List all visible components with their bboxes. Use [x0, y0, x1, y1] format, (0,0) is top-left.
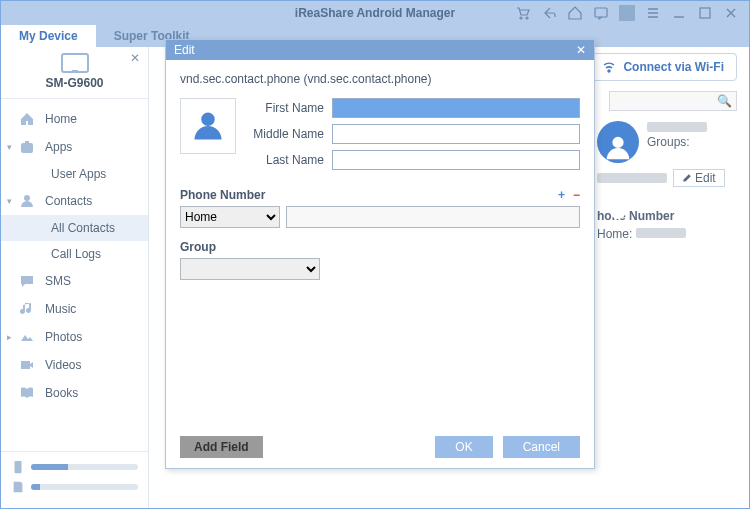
first-name-input[interactable]: [332, 98, 580, 118]
nav-photos[interactable]: ▸Photos: [1, 323, 148, 351]
group-value-redacted: [597, 173, 667, 183]
svg-rect-2: [595, 8, 607, 17]
ok-button[interactable]: OK: [435, 436, 492, 458]
device-card: SM-G9600 ✕: [1, 47, 148, 99]
last-name-label: Last Name: [246, 153, 332, 167]
storage-icon: [11, 460, 25, 474]
pencil-icon: [682, 173, 692, 183]
phone-type-select[interactable]: Home: [180, 206, 280, 228]
group-select[interactable]: [180, 258, 320, 280]
minimize-icon[interactable]: [671, 5, 687, 21]
storage-panel: [1, 451, 148, 508]
nav-user-apps[interactable]: User Apps: [1, 161, 148, 187]
modal-header: vnd.sec.contact.phone (vnd.sec.contact.p…: [180, 72, 580, 86]
add-field-button[interactable]: Add Field: [180, 436, 263, 458]
svg-point-5: [608, 70, 610, 72]
nav-contacts[interactable]: ▾Contacts: [1, 187, 148, 215]
middle-name-label: Middle Name: [246, 127, 332, 141]
avatar: [597, 121, 639, 163]
nav-call-logs[interactable]: Call Logs: [1, 241, 148, 267]
device-name: SM-G9600: [11, 76, 138, 90]
titlebar: iReaShare Android Manager: [1, 1, 749, 25]
nav-apps[interactable]: ▾Apps: [1, 133, 148, 161]
nav-books[interactable]: Books: [1, 379, 148, 407]
caret-right-icon: ▸: [7, 332, 12, 342]
connect-wifi-button[interactable]: Connect via Wi-Fi: [588, 53, 737, 81]
svg-rect-4: [15, 461, 22, 473]
window-controls: [515, 5, 749, 21]
contact-detail: Groups: Edit hone Number Home:: [597, 121, 737, 241]
nav-music[interactable]: Music: [1, 295, 148, 323]
close-icon[interactable]: [723, 5, 739, 21]
svg-point-1: [526, 17, 528, 19]
add-phone-icon[interactable]: +: [558, 188, 565, 202]
home-icon[interactable]: [567, 5, 583, 21]
sidebar: SM-G9600 ✕ Home ▾Apps User Apps ▾Contact…: [1, 47, 149, 508]
edit-modal: Edit ✕ vnd.sec.contact.phone (vnd.sec.co…: [165, 39, 595, 469]
phone-number-input[interactable]: [286, 206, 580, 228]
storage-bar-internal: [31, 464, 138, 470]
first-name-label: First Name: [246, 101, 332, 115]
feedback-icon[interactable]: [593, 5, 609, 21]
phone-icon: [61, 53, 89, 73]
storage-bar-sd: [31, 484, 138, 490]
remove-phone-icon[interactable]: −: [573, 188, 580, 202]
nav-videos[interactable]: Videos: [1, 351, 148, 379]
cart-icon[interactable]: [515, 5, 531, 21]
nav-sms[interactable]: SMS: [1, 267, 148, 295]
divider: [619, 5, 635, 21]
modal-title-text: Edit: [174, 43, 195, 57]
nav-tree: Home ▾Apps User Apps ▾Contacts All Conta…: [1, 99, 148, 451]
caret-down-icon: ▾: [7, 142, 12, 152]
svg-point-0: [520, 17, 522, 19]
modal-close-icon[interactable]: ✕: [576, 43, 586, 57]
phone-label: Phone Number: [180, 188, 265, 202]
search-input[interactable]: 🔍: [609, 91, 737, 111]
back-icon[interactable]: [541, 5, 557, 21]
cancel-button[interactable]: Cancel: [503, 436, 580, 458]
tab-my-device[interactable]: My Device: [1, 25, 96, 47]
phone-value-redacted: [636, 228, 686, 238]
nav-all-contacts[interactable]: All Contacts: [1, 215, 148, 241]
last-name-input[interactable]: [332, 150, 580, 170]
middle-name-input[interactable]: [332, 124, 580, 144]
group-label: Group: [180, 240, 216, 254]
device-close-icon[interactable]: ✕: [130, 51, 140, 65]
phone-type: Home:: [597, 227, 632, 241]
wifi-icon: [601, 59, 617, 75]
avatar-placeholder[interactable]: [180, 98, 236, 154]
search-icon: 🔍: [717, 94, 732, 108]
caret-down-icon: ▾: [7, 196, 12, 206]
modal-titlebar: Edit ✕: [166, 40, 594, 60]
contact-name-redacted: [647, 122, 707, 132]
maximize-icon[interactable]: [697, 5, 713, 21]
svg-rect-3: [700, 8, 710, 18]
edit-button[interactable]: Edit: [673, 169, 725, 187]
nav-home[interactable]: Home: [1, 105, 148, 133]
sd-icon: [11, 480, 25, 494]
groups-label: Groups:: [647, 135, 690, 149]
menu-icon[interactable]: [645, 5, 661, 21]
